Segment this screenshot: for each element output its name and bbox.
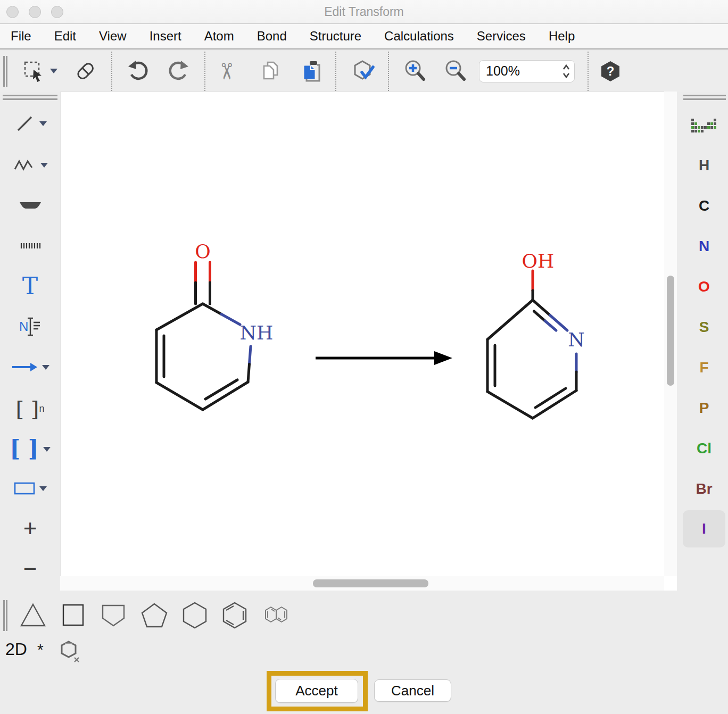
naphthalene-icon bbox=[260, 599, 292, 631]
undo-button[interactable] bbox=[125, 59, 151, 84]
menu-view[interactable]: View bbox=[99, 29, 127, 44]
hexagon-x-icon[interactable] bbox=[60, 638, 82, 664]
toolbar-separator bbox=[111, 52, 112, 91]
chain-tool[interactable] bbox=[0, 152, 60, 178]
minus-icon: − bbox=[23, 557, 37, 580]
vertical-scrollbar-thumb[interactable] bbox=[667, 276, 674, 386]
zoom-out-button[interactable] bbox=[443, 58, 469, 85]
chain-icon bbox=[13, 155, 36, 175]
bracket-tool[interactable]: [ ] bbox=[0, 434, 60, 464]
menu-file[interactable]: File bbox=[11, 29, 31, 44]
vertical-scrollbar[interactable] bbox=[664, 92, 677, 576]
toolbar-separator bbox=[588, 52, 589, 91]
element-h[interactable]: H bbox=[683, 147, 725, 184]
rectangle-tool[interactable] bbox=[0, 478, 60, 499]
cancel-button[interactable]: Cancel bbox=[374, 679, 451, 702]
periodic-table-icon bbox=[691, 119, 717, 136]
single-bond-icon bbox=[14, 113, 35, 134]
reactant-oxygen-label: O bbox=[195, 240, 211, 262]
marquee-select-button[interactable] bbox=[22, 60, 57, 83]
product-structure: OH N bbox=[487, 250, 585, 418]
check-structure-button[interactable] bbox=[349, 58, 376, 85]
element-br[interactable]: Br bbox=[683, 470, 725, 508]
element-n[interactable]: N bbox=[683, 228, 725, 265]
template-benzene[interactable] bbox=[220, 599, 250, 631]
toolbar-drag-handle[interactable] bbox=[3, 56, 7, 87]
template-cyclohexane[interactable] bbox=[180, 599, 210, 631]
eraser-icon bbox=[73, 59, 98, 84]
template-cyclopropane[interactable] bbox=[18, 599, 48, 631]
chain-dropdown[interactable] bbox=[40, 163, 48, 168]
menu-edit[interactable]: Edit bbox=[54, 29, 76, 44]
bracket-icon: [ ] bbox=[10, 438, 38, 460]
decrease-charge-tool[interactable]: − bbox=[0, 554, 60, 583]
single-bond-tool[interactable] bbox=[0, 111, 60, 136]
scrollbar-corner bbox=[664, 576, 677, 591]
main-toolbar: ✂ bbox=[0, 51, 728, 92]
cyclohexane-icon bbox=[180, 599, 210, 631]
rectangle-icon bbox=[14, 482, 35, 495]
template-cyclobutane[interactable] bbox=[58, 599, 88, 631]
zoom-stepper[interactable] bbox=[558, 61, 574, 82]
marquee-select-dropdown[interactable] bbox=[50, 69, 57, 73]
menu-services[interactable]: Services bbox=[477, 29, 526, 44]
menu-structure[interactable]: Structure bbox=[310, 29, 361, 44]
increase-charge-tool[interactable]: + bbox=[0, 514, 60, 543]
zoom-in-button[interactable] bbox=[402, 58, 429, 85]
product-oh-label: OH bbox=[522, 250, 555, 272]
element-f[interactable]: F bbox=[683, 349, 725, 386]
zoom-level-combobox[interactable]: 100% bbox=[479, 60, 575, 82]
element-p[interactable]: P bbox=[683, 389, 725, 427]
zoom-level-value: 100% bbox=[479, 63, 558, 79]
periodic-table-button[interactable] bbox=[683, 109, 725, 146]
cyclopentane-alt-icon bbox=[98, 599, 128, 631]
bracket-dropdown[interactable] bbox=[43, 447, 51, 452]
bold-bond-tool[interactable] bbox=[0, 194, 60, 217]
repeat-group-tool[interactable]: [ ] n bbox=[0, 394, 60, 424]
paste-button[interactable] bbox=[299, 59, 325, 84]
stepper-chevrons-icon bbox=[561, 63, 571, 79]
svg-text:?: ? bbox=[607, 64, 615, 78]
eraser-button[interactable] bbox=[73, 59, 98, 84]
horizontal-scrollbar-thumb[interactable] bbox=[313, 579, 428, 587]
toolbar-separator bbox=[204, 52, 205, 91]
element-c[interactable]: C bbox=[683, 187, 725, 225]
horizontal-scrollbar[interactable] bbox=[60, 576, 664, 591]
template-toolbar-drag-handle[interactable] bbox=[3, 600, 7, 631]
right-toolbar-drag-handle[interactable] bbox=[683, 95, 726, 100]
element-o[interactable]: O bbox=[683, 268, 725, 305]
rectangle-dropdown[interactable] bbox=[39, 486, 47, 491]
accept-button[interactable]: Accept bbox=[275, 679, 358, 703]
dimension-mode-label[interactable]: 2D bbox=[5, 640, 27, 659]
atom-label-tool[interactable]: N bbox=[0, 314, 60, 339]
menu-insert[interactable]: Insert bbox=[150, 29, 181, 44]
copy-button[interactable] bbox=[259, 59, 283, 84]
copy-icon bbox=[259, 59, 283, 84]
any-atom-label[interactable]: * bbox=[37, 641, 44, 659]
reaction-arrow-tool[interactable] bbox=[0, 355, 60, 379]
window-title: Edit Transform bbox=[0, 5, 728, 19]
cut-button[interactable]: ✂ bbox=[217, 58, 236, 84]
text-tool[interactable]: T bbox=[0, 272, 60, 300]
menu-bond[interactable]: Bond bbox=[257, 29, 287, 44]
help-button[interactable]: ? bbox=[598, 59, 623, 84]
menu-atom[interactable]: Atom bbox=[204, 29, 234, 44]
cyclobutane-icon bbox=[58, 599, 88, 631]
cut-icon: ✂ bbox=[213, 62, 239, 80]
redo-button[interactable] bbox=[166, 59, 192, 84]
element-cl[interactable]: Cl bbox=[683, 430, 725, 467]
element-i[interactable]: I bbox=[683, 510, 725, 547]
bond-dropdown[interactable] bbox=[39, 121, 47, 126]
menu-calculations[interactable]: Calculations bbox=[384, 29, 454, 44]
arrow-dropdown[interactable] bbox=[42, 365, 49, 370]
element-s[interactable]: S bbox=[683, 309, 725, 346]
template-cyclopentane-alt[interactable] bbox=[98, 599, 128, 631]
menu-help[interactable]: Help bbox=[549, 29, 575, 44]
reaction-drawing: O NH OH bbox=[61, 92, 665, 577]
template-cyclopentane[interactable] bbox=[139, 599, 169, 631]
hashed-bond-tool[interactable] bbox=[0, 235, 60, 256]
drawing-canvas[interactable]: O NH OH bbox=[60, 92, 664, 576]
template-naphthalene[interactable] bbox=[260, 599, 292, 631]
left-toolbar-drag-handle[interactable] bbox=[3, 95, 57, 100]
reaction-arrow-icon bbox=[11, 361, 38, 373]
